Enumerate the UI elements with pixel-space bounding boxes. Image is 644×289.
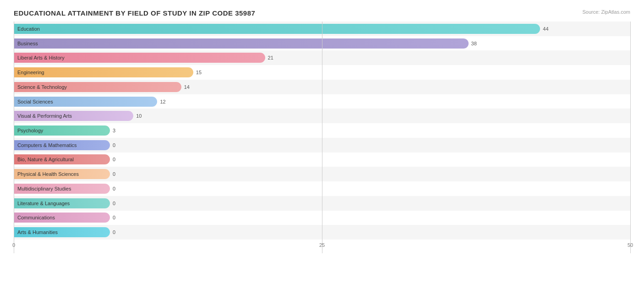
bar-label: Arts & Humanities — [17, 229, 58, 235]
table-row: Physical & Health Sciences0 — [14, 167, 630, 181]
chart-container: EDUCATIONAL ATTAINMENT BY FIELD OF STUDY… — [0, 0, 644, 289]
table-row: Multidisciplinary Studies0 — [14, 181, 630, 196]
grid-line — [630, 22, 631, 253]
table-row: Business38 — [14, 36, 630, 51]
bar-value: 0 — [113, 142, 115, 148]
bar-value: 3 — [113, 128, 115, 133]
table-row: Visual & Performing Arts10 — [14, 109, 630, 123]
bars-section: Education44Business38Liberal Arts & Hist… — [14, 22, 630, 240]
bar-label: Psychology — [17, 128, 43, 133]
bar-value: 0 — [113, 157, 115, 162]
table-row: Social Sciences12 — [14, 94, 630, 109]
bar-label: Social Sciences — [17, 99, 53, 104]
table-row: Science & Technology14 — [14, 80, 630, 94]
bar-value: 38 — [471, 41, 477, 46]
bar-pill: Arts & Humanities — [14, 227, 110, 237]
chart-title: EDUCATIONAL ATTAINMENT BY FIELD OF STUDY… — [14, 9, 630, 17]
bar-value: 15 — [196, 70, 202, 75]
bar-pill: Engineering — [14, 67, 193, 77]
bar-label: Engineering — [17, 70, 44, 75]
bar-pill: Psychology — [14, 125, 110, 136]
bar-label: Education — [17, 26, 40, 32]
bar-label: Bio, Nature & Agricultural — [17, 157, 74, 162]
table-row: Communications0 — [14, 211, 630, 225]
bar-pill: Business — [14, 38, 469, 49]
bar-label: Communications — [17, 215, 55, 220]
chart-area: Education44Business38Liberal Arts & Hist… — [14, 22, 630, 253]
bar-pill: Computers & Mathematics — [14, 140, 110, 150]
table-row: Education44 — [14, 22, 630, 36]
bar-label: Multidisciplinary Studies — [17, 186, 71, 191]
bar-label: Computers & Mathematics — [17, 142, 77, 148]
x-tick-label: 50 — [628, 242, 633, 248]
bar-pill: Bio, Nature & Agricultural — [14, 154, 110, 164]
bar-pill: Liberal Arts & History — [14, 53, 265, 63]
bar-value: 21 — [268, 55, 273, 60]
chart-source: Source: ZipAtlas.com — [582, 9, 630, 15]
bar-label: Liberal Arts & History — [17, 55, 65, 60]
bar-value: 0 — [113, 215, 115, 220]
x-tick-label: 0 — [12, 242, 15, 248]
bar-pill: Science & Technology — [14, 82, 181, 92]
table-row: Bio, Nature & Agricultural0 — [14, 153, 630, 167]
bar-pill: Multidisciplinary Studies — [14, 184, 110, 194]
bar-label: Physical & Health Sciences — [17, 171, 79, 177]
x-axis: 02550 — [14, 240, 630, 253]
bar-value: 0 — [113, 171, 115, 177]
bar-value: 14 — [184, 84, 190, 90]
bar-pill: Literature & Languages — [14, 198, 110, 208]
bar-value: 0 — [113, 186, 115, 191]
bar-value: 44 — [543, 26, 548, 32]
bar-pill: Education — [14, 24, 540, 34]
bar-value: 12 — [160, 99, 165, 104]
bar-value: 0 — [113, 201, 115, 206]
bar-pill: Communications — [14, 213, 110, 223]
table-row: Literature & Languages0 — [14, 196, 630, 211]
table-row: Engineering15 — [14, 65, 630, 80]
bar-value: 10 — [136, 113, 142, 119]
table-row: Arts & Humanities0 — [14, 225, 630, 240]
bar-label: Business — [17, 41, 38, 46]
table-row: Psychology3 — [14, 123, 630, 138]
bar-value: 0 — [113, 229, 115, 235]
table-row: Computers & Mathematics0 — [14, 138, 630, 153]
bar-pill: Physical & Health Sciences — [14, 169, 110, 179]
bar-label: Science & Technology — [17, 84, 67, 90]
bar-pill: Social Sciences — [14, 97, 157, 107]
bar-label: Visual & Performing Arts — [17, 113, 72, 119]
bar-pill: Visual & Performing Arts — [14, 111, 133, 121]
table-row: Liberal Arts & History21 — [14, 50, 630, 65]
x-tick-label: 25 — [319, 242, 325, 248]
bar-label: Literature & Languages — [17, 201, 70, 206]
